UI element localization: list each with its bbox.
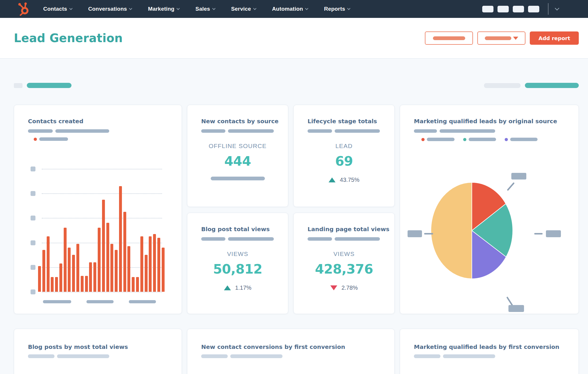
chevron-down-icon	[176, 7, 180, 10]
bar	[162, 248, 165, 292]
bar	[153, 234, 156, 292]
navbar-icon-placeholder[interactable]	[482, 6, 493, 12]
card-new-contacts-by-source[interactable]: New contacts by source OFFLINE SOURCE 44…	[187, 105, 288, 207]
nav-item-label: Conversations	[88, 6, 127, 12]
pie-slice-4	[431, 182, 472, 279]
chevron-down-icon[interactable]	[555, 6, 559, 11]
chevron-down-icon	[347, 7, 350, 10]
text-placeholder	[230, 354, 282, 358]
card-landing-page-total-views[interactable]: Landing page total views VIEWS 428,376 2…	[293, 213, 395, 314]
stat-metric-label: VIEWS	[294, 250, 394, 257]
filter-teal-placeholder[interactable]	[525, 83, 579, 88]
text-placeholder	[201, 129, 225, 133]
card-title: New contact conversions by first convers…	[201, 343, 345, 350]
nav-item-reports[interactable]: Reports	[324, 6, 350, 12]
bar-series	[38, 169, 165, 292]
nav-menu: ContactsConversationsMarketingSalesServi…	[43, 6, 350, 12]
card-subtitle-placeholders	[308, 129, 380, 133]
stat-delta: 43.75%	[294, 177, 394, 183]
bar	[38, 266, 41, 292]
filter-right-group	[484, 83, 579, 88]
bar	[81, 276, 84, 292]
bar	[98, 228, 101, 292]
delta-value: 1.17%	[235, 285, 252, 291]
nav-item-service[interactable]: Service	[231, 6, 256, 12]
filter-bar-placeholder[interactable]	[484, 83, 521, 88]
arrow-up-icon	[224, 285, 231, 290]
report-grid-bottom: Blog posts by most total views New conta…	[14, 329, 579, 374]
card-new-contact-conversions[interactable]: New contact conversions by first convers…	[187, 329, 395, 374]
text-placeholder	[308, 237, 332, 241]
bar	[72, 255, 75, 292]
bar	[42, 250, 45, 292]
arrow-down-icon	[330, 285, 337, 290]
bar	[127, 246, 130, 292]
card-title: Landing page total views	[308, 226, 389, 233]
callout-leader-line	[507, 298, 512, 306]
card-title: Blog posts by most total views	[28, 343, 128, 350]
header-action-button-1[interactable]	[425, 31, 473, 45]
bar	[102, 200, 105, 292]
stat-category-label: OFFLINE SOURCE	[187, 143, 288, 149]
text-placeholder	[443, 354, 495, 358]
nav-item-automation[interactable]: Automation	[272, 6, 308, 12]
hubspot-logo-icon[interactable]	[16, 2, 31, 16]
dashboard-content: Contacts created New contacts by source	[0, 59, 588, 374]
bar	[149, 236, 152, 292]
bar	[93, 262, 96, 292]
nav-item-label: Marketing	[148, 6, 174, 12]
nav-item-label: Contacts	[43, 6, 67, 12]
filter-placeholder-row	[14, 83, 579, 88]
add-report-button[interactable]: Add report	[530, 31, 579, 45]
callout-label-placeholder	[508, 305, 524, 312]
text-placeholder	[414, 354, 440, 358]
card-contacts-created[interactable]: Contacts created	[14, 105, 182, 314]
card-title: New contacts by source	[201, 118, 278, 125]
text-placeholder	[201, 237, 225, 241]
stat-category-label: LEAD	[294, 143, 394, 149]
nav-item-label: Service	[231, 6, 251, 12]
chevron-down-icon	[129, 7, 132, 10]
stat-footer	[187, 177, 288, 180]
navbar-icon-placeholder[interactable]	[528, 6, 539, 12]
callout-label-placeholder	[408, 230, 422, 237]
filter-chip-placeholder[interactable]	[14, 83, 22, 88]
bar	[119, 186, 122, 292]
header-action-dropdown[interactable]	[477, 31, 525, 45]
nav-item-label: Sales	[195, 6, 210, 12]
nav-item-sales[interactable]: Sales	[195, 6, 215, 12]
card-blog-posts-by-most-total-views[interactable]: Blog posts by most total views	[14, 329, 182, 374]
nav-item-marketing[interactable]: Marketing	[148, 6, 179, 12]
stat-value: 444	[187, 154, 288, 169]
nav-item-label: Automation	[272, 6, 303, 12]
card-blog-post-total-views[interactable]: Blog post total views VIEWS 50,812 1.17%	[187, 213, 288, 314]
text-placeholder	[228, 237, 274, 241]
card-lifecycle-stage-totals[interactable]: Lifecycle stage totals LEAD 69 43.75%	[293, 105, 395, 207]
card-mql-by-original-source[interactable]: Marketing qualified leads by original so…	[400, 105, 579, 314]
filter-teal-placeholder[interactable]	[27, 83, 71, 88]
page-header: Lead Generation Add report	[0, 18, 588, 59]
card-title: Marketing qualified leads by first conve…	[414, 343, 559, 350]
callout-label-placeholder	[511, 173, 526, 179]
chevron-down-icon	[305, 7, 308, 10]
card-subtitle-placeholders	[414, 354, 495, 358]
text-placeholder	[28, 354, 54, 358]
bar	[157, 238, 160, 292]
filter-left-group	[14, 83, 71, 88]
bar	[115, 250, 118, 292]
bar	[89, 262, 92, 292]
navbar-icon-placeholder[interactable]	[513, 6, 524, 12]
delta-value: 2.78%	[342, 285, 358, 291]
nav-item-contacts[interactable]: Contacts	[43, 6, 72, 12]
navbar-right-tools	[482, 0, 580, 18]
nav-item-conversations[interactable]: Conversations	[88, 6, 132, 12]
y-axis-tick-placeholder	[31, 216, 35, 220]
card-mql-by-first-conversion[interactable]: Marketing qualified leads by first conve…	[400, 329, 579, 374]
top-navbar: ContactsConversationsMarketingSalesServi…	[0, 0, 588, 18]
stat-value: 69	[294, 154, 394, 169]
bar	[51, 277, 54, 292]
stat-metric-label: VIEWS	[187, 250, 288, 257]
navbar-icon-placeholder[interactable]	[497, 6, 509, 12]
card-subtitle-placeholders	[201, 354, 282, 358]
bar	[145, 255, 148, 292]
